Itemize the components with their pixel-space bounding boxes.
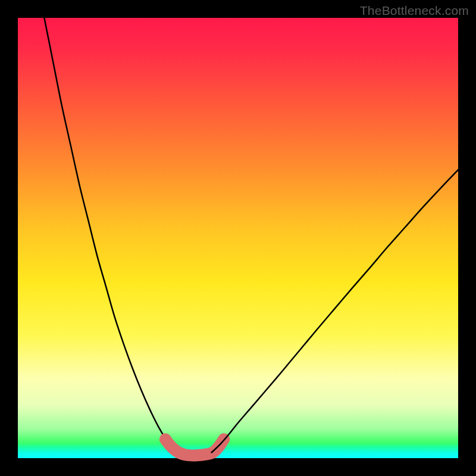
series-valley-highlight xyxy=(165,439,224,455)
curve-plot xyxy=(18,18,458,458)
series-left-branch xyxy=(44,18,178,453)
series-right-branch xyxy=(212,170,458,452)
watermark-text: TheBottleneck.com xyxy=(360,4,469,18)
